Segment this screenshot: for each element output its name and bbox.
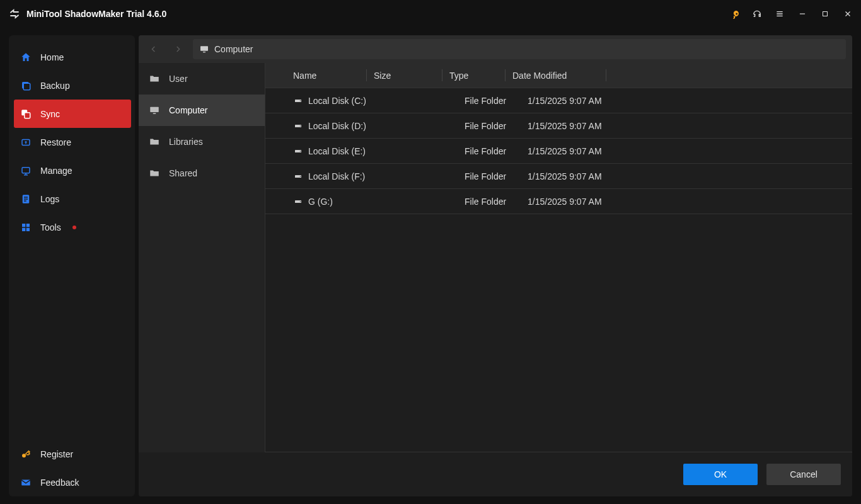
file-type: File Folder: [457, 96, 520, 106]
sidebar-item-restore[interactable]: Restore: [9, 128, 135, 156]
svg-rect-18: [203, 52, 205, 52]
nav-back-button[interactable]: [145, 40, 163, 58]
content-split: User Computer Libraries Shared: [139, 63, 852, 452]
column-header-label: Date Modified: [512, 71, 567, 81]
cancel-button[interactable]: Cancel: [766, 464, 841, 485]
tools-icon: [20, 222, 32, 233]
column-header-label: Size: [374, 71, 391, 81]
home-icon: [20, 52, 32, 63]
key-icon[interactable]: [727, 7, 741, 21]
app-logo-icon: [9, 8, 21, 20]
location-item-label: User: [169, 74, 188, 84]
minimize-button[interactable]: [795, 7, 809, 21]
file-name: Local Disk (C:): [308, 96, 366, 106]
svg-rect-2: [23, 83, 30, 90]
drive-icon: [293, 97, 303, 105]
mail-icon: [20, 477, 32, 488]
file-type: File Folder: [457, 197, 520, 207]
table-row[interactable]: Local Disk (E:)File Folder1/15/2025 9:07…: [265, 139, 852, 164]
app-title: MiniTool ShadowMaker Trial 4.6.0: [26, 9, 166, 19]
restore-icon: [20, 137, 32, 148]
svg-point-28: [300, 176, 301, 176]
svg-point-22: [300, 100, 301, 101]
sidebar-item-tools[interactable]: Tools: [9, 213, 135, 241]
app-window: MiniTool ShadowMaker Trial 4.6.0: [0, 0, 861, 504]
svg-rect-13: [22, 227, 25, 231]
monitor-icon: [149, 105, 160, 116]
file-name: Local Disk (D:): [308, 121, 366, 131]
sidebar-item-label: Manage: [40, 166, 72, 176]
sidebar-item-label: Feedback: [40, 478, 79, 488]
sidebar-item-label: Tools: [40, 222, 61, 232]
breadcrumb[interactable]: Computer: [193, 39, 846, 59]
column-header-spacer: [606, 63, 852, 88]
drive-icon: [293, 198, 303, 205]
file-name: Local Disk (E:): [308, 146, 366, 156]
sidebar-item-label: Home: [40, 52, 64, 62]
logs-icon: [20, 193, 32, 205]
sidebar-item-backup[interactable]: Backup: [9, 71, 135, 100]
headset-icon[interactable]: [750, 7, 764, 21]
column-header-type[interactable]: Type: [442, 63, 505, 88]
location-item-libraries[interactable]: Libraries: [139, 126, 265, 158]
sidebar-item-logs[interactable]: Logs: [9, 185, 135, 213]
file-type: File Folder: [457, 121, 520, 131]
svg-rect-6: [22, 167, 30, 173]
dialog-footer: OK Cancel: [139, 452, 852, 496]
pathbar: Computer: [139, 35, 852, 63]
location-item-label: Computer: [169, 105, 207, 115]
svg-rect-10: [24, 200, 26, 202]
file-date: 1/15/2025 9:07 AM: [520, 121, 621, 131]
button-label: Cancel: [790, 469, 818, 479]
backup-icon: [20, 80, 32, 91]
maximize-button[interactable]: [818, 7, 832, 21]
svg-rect-12: [26, 224, 30, 227]
svg-rect-14: [26, 227, 30, 231]
file-date: 1/15/2025 9:07 AM: [520, 96, 621, 106]
sidebar-bottom-nav: Register Feedback: [9, 440, 135, 496]
svg-point-24: [300, 125, 301, 126]
drive-icon: [293, 173, 303, 180]
file-date: 1/15/2025 9:07 AM: [520, 146, 621, 156]
sidebar-item-feedback[interactable]: Feedback: [9, 468, 135, 496]
file-date: 1/15/2025 9:07 AM: [520, 197, 621, 207]
file-type: File Folder: [457, 146, 520, 156]
table-row[interactable]: Local Disk (D:)File Folder1/15/2025 9:07…: [265, 113, 852, 139]
close-button[interactable]: [841, 7, 855, 21]
sidebar-item-register[interactable]: Register: [9, 440, 135, 468]
location-pane: User Computer Libraries Shared: [139, 63, 265, 452]
sidebar-item-manage[interactable]: Manage: [9, 156, 135, 185]
nav-forward-button[interactable]: [169, 40, 187, 58]
svg-rect-0: [823, 12, 828, 16]
table-row[interactable]: Local Disk (C:)File Folder1/15/2025 9:07…: [265, 88, 852, 113]
ok-button[interactable]: OK: [683, 464, 758, 485]
svg-rect-20: [153, 113, 156, 115]
column-header-size[interactable]: Size: [366, 63, 442, 88]
file-table-header: Name Size Type Date Modified: [265, 63, 852, 88]
svg-rect-9: [24, 198, 28, 200]
column-header-label: Name: [293, 71, 316, 81]
file-type: File Folder: [457, 171, 520, 181]
table-row[interactable]: G (G:)File Folder1/15/2025 9:07 AM: [265, 189, 852, 214]
location-item-computer[interactable]: Computer: [139, 94, 265, 126]
folder-icon: [149, 136, 160, 147]
svg-point-15: [22, 454, 26, 457]
sidebar-item-sync[interactable]: Sync: [14, 100, 131, 128]
svg-rect-19: [150, 107, 159, 112]
sidebar-item-label: Sync: [40, 109, 60, 119]
window-controls: [727, 7, 855, 21]
column-header-date[interactable]: Date Modified: [505, 63, 606, 88]
file-date: 1/15/2025 9:07 AM: [520, 171, 621, 181]
sidebar-item-label: Register: [40, 449, 73, 459]
location-item-user[interactable]: User: [139, 63, 265, 94]
svg-point-26: [300, 151, 301, 151]
svg-point-30: [300, 201, 301, 202]
location-item-label: Shared: [169, 168, 197, 178]
sidebar-item-home[interactable]: Home: [9, 43, 135, 71]
table-row[interactable]: Local Disk (F:)File Folder1/15/2025 9:07…: [265, 164, 852, 189]
location-item-shared[interactable]: Shared: [139, 158, 265, 189]
column-header-name[interactable]: Name: [265, 63, 366, 88]
notification-dot-icon: [72, 226, 76, 229]
menu-icon[interactable]: [773, 7, 787, 21]
sidebar-item-label: Backup: [40, 81, 70, 91]
